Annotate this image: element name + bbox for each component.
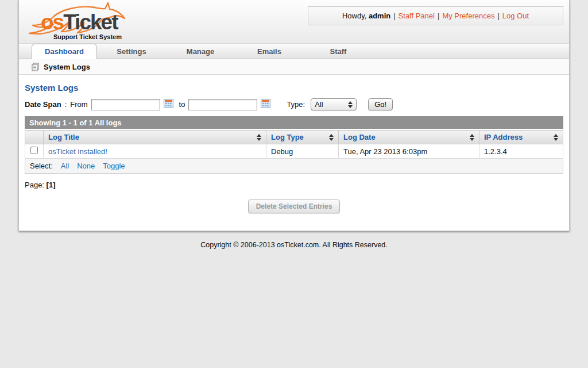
calendar-icon[interactable] bbox=[261, 99, 270, 110]
select-all-link[interactable]: All bbox=[61, 162, 69, 170]
showing-bar: Showing 1 - 1 of 1 All logs bbox=[25, 116, 563, 129]
delete-selected-entries-button[interactable]: Delete Selected Entries bbox=[248, 200, 341, 213]
select-none-link[interactable]: None bbox=[77, 162, 95, 170]
to-label: to bbox=[179, 100, 185, 109]
column-header-ip-address[interactable]: IP Address bbox=[479, 131, 563, 144]
logs-table: Log Title Log Type Log Date IP Address bbox=[25, 130, 563, 159]
page-title: System Logs bbox=[25, 83, 563, 93]
sort-icon[interactable] bbox=[554, 134, 558, 141]
nav-tabbar: Dashboard Settings Manage Emails Staff bbox=[19, 44, 569, 59]
header: osTicket Support Ticket System Howdy, ad… bbox=[19, 0, 569, 44]
go-button[interactable]: Go! bbox=[368, 98, 393, 110]
page-container: osTicket Support Ticket System Howdy, ad… bbox=[18, 0, 570, 231]
type-select-value: All bbox=[315, 100, 348, 109]
tab-manage[interactable]: Manage bbox=[166, 45, 235, 59]
my-preferences-link[interactable]: My Preferences bbox=[442, 12, 494, 20]
current-page[interactable]: [1] bbox=[47, 181, 56, 189]
log-out-link[interactable]: Log Out bbox=[502, 12, 529, 20]
column-header-log-date[interactable]: Log Date bbox=[339, 131, 479, 144]
to-date-input[interactable] bbox=[188, 99, 257, 110]
log-date-cell: Tue, Apr 23 2013 6:03pm bbox=[339, 144, 479, 159]
date-span-filter: Date Span: From to bbox=[25, 98, 563, 110]
select-label: Select: bbox=[30, 162, 53, 170]
row-checkbox[interactable] bbox=[30, 147, 38, 154]
separator: | bbox=[393, 12, 395, 20]
sort-icon[interactable] bbox=[329, 134, 334, 141]
logo-tagline: Support Ticket System bbox=[53, 33, 122, 40]
column-header-log-type[interactable]: Log Type bbox=[266, 131, 339, 144]
logo-os: os bbox=[41, 10, 63, 34]
page-label: Page: bbox=[25, 181, 44, 189]
log-title-link[interactable]: osTicket installed! bbox=[48, 147, 107, 156]
select-controls: Select: All None Toggle bbox=[25, 159, 563, 174]
log-type-cell: Debug bbox=[266, 144, 339, 159]
date-span-label: Date Span bbox=[25, 100, 61, 109]
copyright-footer: Copyright © 2006-2013 osTicket.com. All … bbox=[0, 231, 588, 249]
logo-wordmark: osTicket bbox=[41, 10, 117, 34]
select-toggle-link[interactable]: Toggle bbox=[103, 162, 125, 170]
select-stepper-icon bbox=[348, 101, 353, 108]
username: admin bbox=[369, 12, 390, 20]
table-row: osTicket installed! Debug Tue, Apr 23 20… bbox=[25, 144, 563, 159]
type-select[interactable]: All bbox=[311, 98, 357, 110]
sort-icon[interactable] bbox=[257, 134, 261, 141]
checkbox-column-header bbox=[25, 131, 44, 144]
user-bar: Howdy, admin | Staff Panel | My Preferen… bbox=[308, 6, 563, 25]
type-label: Type: bbox=[287, 100, 305, 109]
separator: | bbox=[497, 12, 499, 20]
button-row: Delete Selected Entries bbox=[25, 200, 563, 213]
table-header-row: Log Title Log Type Log Date IP Address bbox=[25, 131, 563, 144]
ip-address-cell: 1.2.3.4 bbox=[479, 144, 563, 159]
pagination: Page: [1] bbox=[25, 181, 563, 189]
colon: : bbox=[65, 100, 67, 109]
from-date-input[interactable] bbox=[91, 99, 160, 110]
calendar-icon[interactable] bbox=[164, 99, 173, 110]
breadcrumb: System Logs bbox=[19, 59, 569, 75]
tab-emails[interactable]: Emails bbox=[235, 45, 304, 59]
log-document-icon bbox=[32, 63, 40, 71]
column-header-log-title[interactable]: Log Title bbox=[44, 131, 266, 144]
tab-staff[interactable]: Staff bbox=[304, 45, 373, 59]
staff-panel-link[interactable]: Staff Panel bbox=[399, 12, 435, 20]
from-label: From bbox=[70, 100, 87, 109]
separator: | bbox=[438, 12, 439, 20]
sort-icon[interactable] bbox=[470, 134, 474, 141]
main-content: System Logs Date Span: From to bbox=[19, 75, 569, 231]
logo-ticket: Ticket bbox=[63, 10, 117, 34]
tab-settings[interactable]: Settings bbox=[97, 45, 166, 59]
tab-dashboard[interactable]: Dashboard bbox=[32, 44, 97, 59]
greeting-text: Howdy, bbox=[342, 12, 366, 20]
breadcrumb-label: System Logs bbox=[44, 63, 90, 71]
osticket-logo: osTicket Support Ticket System bbox=[24, 1, 156, 43]
